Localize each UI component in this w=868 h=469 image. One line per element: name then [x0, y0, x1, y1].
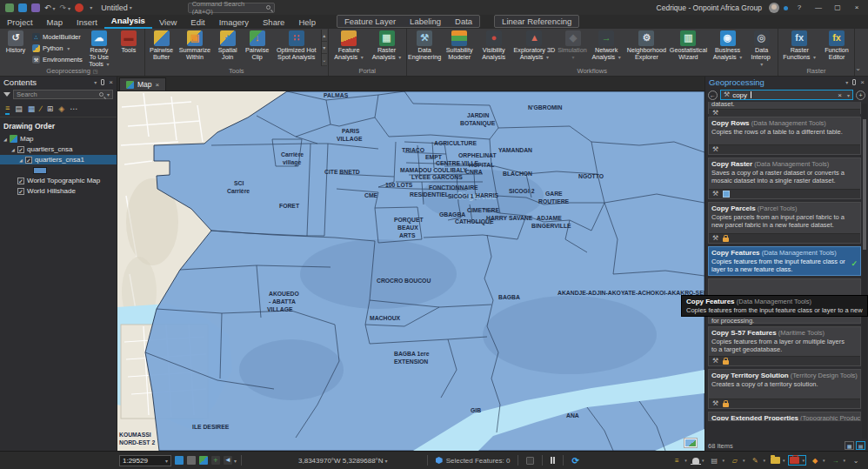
chevron-down-icon[interactable]: ▾: [234, 458, 237, 464]
gp-result-partial[interactable]: dataset.⚒: [708, 102, 861, 114]
project-title-chevron-icon[interactable]: ▾: [130, 4, 132, 10]
help-button[interactable]: ?: [793, 3, 805, 11]
grid-toggle-icon[interactable]: [187, 456, 196, 465]
layer-item-world-topographic-map[interactable]: ✓World Topographic Map: [0, 176, 117, 185]
ribbon-tab-feature-layer[interactable]: Feature Layer: [337, 16, 403, 27]
chevron-down-icon[interactable]: ▾: [385, 458, 388, 464]
function-editor-button[interactable]: fxFunction Editor: [820, 30, 854, 62]
contents-search-input[interactable]: Search ▾: [13, 90, 113, 99]
notifications-dock-icon[interactable]: ▾: [692, 458, 704, 464]
simulation-button[interactable]: ◈Simulation ▾: [558, 30, 588, 62]
close-panel-icon[interactable]: ×: [860, 78, 865, 86]
ready-to-use-tools-button[interactable]: ☁Ready To Use Tools ▾: [84, 30, 114, 68]
list-view-icon[interactable]: ▤: [856, 441, 865, 450]
command-search-input[interactable]: Command Search (Alt+Q): [188, 3, 275, 13]
feature-analysis-button[interactable]: Feature Analysis ▾: [330, 30, 369, 62]
share-dock-icon[interactable]: →▾: [830, 456, 845, 466]
exploratory-3d-analysis-button[interactable]: ▲Exploratory 3D Analysis ▾: [511, 30, 558, 62]
history-button[interactable]: ↺History: [1, 30, 30, 55]
expander-icon[interactable]: ◢: [11, 147, 17, 152]
visibility-analysis-button[interactable]: ●Visibility Analysis: [477, 30, 511, 62]
folder-dock-icon[interactable]: ▾: [771, 457, 785, 464]
layer-item-quartiers-cnsa[interactable]: ◢✓quartiers_cnsa: [0, 144, 117, 154]
drawing-order-icon[interactable]: ≡: [5, 104, 10, 115]
suitability-modeler-button[interactable]: Suitability Modeler: [442, 30, 477, 62]
map-scale-select[interactable]: 1:29529 ▾: [119, 455, 171, 466]
pin-icon[interactable]: [852, 79, 856, 85]
pin-icon[interactable]: [101, 79, 104, 85]
grid-view-icon[interactable]: ▦: [845, 441, 854, 450]
ribbon-tab-data[interactable]: Data: [448, 16, 479, 27]
new-tool-button[interactable]: +: [856, 90, 865, 100]
layer-item-quartiers-cnsa1[interactable]: ◢✓quartiers_cnsa1: [0, 155, 117, 164]
layer-checkbox[interactable]: ✓: [17, 146, 24, 153]
python-button[interactable]: Python▾: [32, 43, 83, 53]
editing-icon[interactable]: ∕: [40, 104, 42, 114]
save-project-icon[interactable]: [18, 3, 27, 12]
network-analysis-button[interactable]: →Network Analysis ▾: [588, 30, 625, 62]
minimize-button[interactable]: —: [812, 3, 825, 11]
gp-result-copy-raster[interactable]: Copy Raster (Data Management Tools)Saves…: [708, 157, 861, 199]
back-button[interactable]: ←: [708, 90, 718, 100]
ribbon-tab-map[interactable]: Map: [40, 17, 70, 29]
data-engineering-button[interactable]: ⚒Data Engineering: [408, 30, 442, 62]
data-interop-button[interactable]: ◎Data Interop ▾: [747, 30, 777, 68]
filter-icon[interactable]: [3, 92, 10, 97]
dock-overflow-icon[interactable]: ⌄: [851, 456, 861, 466]
layer-swatch[interactable]: [0, 165, 117, 175]
tasks-dock-icon[interactable]: ▱▾: [730, 456, 745, 466]
graphics-toggle-icon[interactable]: [199, 456, 208, 465]
map-view-tab[interactable]: Map ×: [119, 77, 166, 90]
spatial-join-button[interactable]: +Spatial Join: [213, 30, 243, 62]
lock-view-icon[interactable]: [526, 457, 534, 465]
avatar[interactable]: [769, 3, 779, 13]
catalog-dock-icon[interactable]: ▤▾: [709, 456, 724, 466]
gallery-arrow-icon[interactable]: ▴: [322, 30, 327, 42]
close-panel-icon[interactable]: ×: [109, 78, 113, 86]
redo-button[interactable]: ↷▾: [60, 3, 71, 12]
panel-menu-icon[interactable]: ▾: [94, 79, 97, 85]
ribbon-tab-analysis[interactable]: Analysis: [104, 15, 152, 29]
gp-result-copy-rows[interactable]: Copy Rows (Data Management Tools)Copies …: [708, 117, 861, 155]
symbology-swatch[interactable]: [33, 167, 47, 174]
clear-search-icon[interactable]: ×: [838, 91, 842, 99]
gallery-arrow-icon[interactable]: ▾: [322, 42, 327, 54]
pause-drawing-icon[interactable]: [551, 457, 555, 464]
expander-icon[interactable]: ◢: [19, 157, 25, 163]
gallery-scroll[interactable]: ▴▾⌄: [321, 30, 327, 66]
gp-result-copy-features[interactable]: Copy Features (Data Management Tools)Cop…: [708, 246, 861, 276]
raster-analysis-button[interactable]: ▦Raster Analysis ▾: [368, 30, 404, 62]
geoprocessing-dock-icon[interactable]: ▾: [790, 457, 805, 464]
undo-button[interactable]: ↶▾: [44, 3, 56, 12]
raster-functions-button[interactable]: fxRaster Functions ▾: [779, 30, 820, 62]
ribbon-tab-share[interactable]: Share: [256, 17, 291, 29]
layer-checkbox[interactable]: ✓: [17, 188, 24, 195]
new-project-icon[interactable]: [5, 3, 14, 12]
labeling-icon[interactable]: ◈: [58, 104, 64, 114]
business-analysis-button[interactable]: ◉Business Analysis ▾: [709, 30, 747, 62]
signed-in-user[interactable]: Cedrique - Onpoint Africa Group: [657, 3, 762, 12]
snapping-toggle-icon[interactable]: [175, 456, 184, 465]
layer-checkbox[interactable]: ✓: [17, 178, 24, 184]
ribbon-tab-help[interactable]: Help: [291, 17, 323, 29]
gp-result-copy-extended-properties[interactable]: Copy Extended Properties (Topographic Pr…: [708, 412, 861, 421]
pairwise-buffer-button[interactable]: Pairwise Buffer: [146, 30, 177, 62]
explore-zoom-icon[interactable]: [75, 3, 83, 12]
geostatistical-wizard-button[interactable]: ▥Geostatistical Wizard: [668, 30, 708, 62]
gp-result-copy-s-57-features[interactable]: Copy S-57 Features (Maritime Tools)Copie…: [708, 326, 861, 366]
close-tab-icon[interactable]: ×: [156, 81, 160, 89]
qat-customize-icon[interactable]: ▾: [90, 4, 92, 10]
modelbuilder-button[interactable]: ∴ModelBuilder: [32, 31, 83, 42]
panel-menu-icon[interactable]: ▾: [845, 79, 848, 85]
close-button[interactable]: ×: [851, 3, 863, 11]
maximize-button[interactable]: ▢: [831, 3, 844, 11]
expander-icon[interactable]: ◢: [3, 137, 10, 142]
layer-item-world-hillshade[interactable]: ✓World Hillshade: [0, 186, 117, 196]
contents-dock-icon[interactable]: ≡▾: [671, 456, 687, 466]
add-data-icon[interactable]: [31, 3, 40, 12]
snapping-icon[interactable]: ⊞: [47, 104, 54, 114]
ribbon-tab-insert[interactable]: Insert: [70, 17, 104, 29]
ribbon-tab-view[interactable]: View: [152, 17, 184, 29]
selected-features-status[interactable]: Selected Features: 0 ⟳: [423, 455, 579, 466]
selection-icon[interactable]: ▦: [28, 104, 36, 114]
